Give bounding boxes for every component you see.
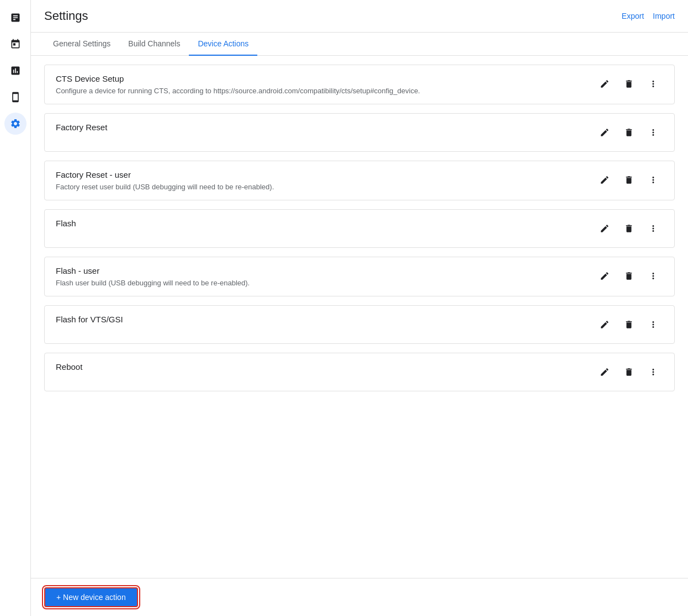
report-icon bbox=[10, 12, 21, 23]
more-button[interactable] bbox=[643, 123, 663, 142]
delete-icon bbox=[624, 320, 634, 330]
more-button[interactable] bbox=[643, 170, 663, 190]
edit-icon bbox=[600, 128, 610, 137]
action-name: Flash - user bbox=[56, 266, 586, 275]
action-info: Factory Reset - userFactory reset user b… bbox=[56, 170, 586, 191]
action-info: Factory Reset bbox=[56, 123, 586, 135]
new-device-action-button[interactable]: + New device action bbox=[44, 587, 138, 607]
delete-button[interactable] bbox=[619, 219, 639, 238]
edit-icon bbox=[600, 271, 610, 281]
calendar-icon bbox=[10, 39, 21, 50]
more-vert-icon bbox=[648, 79, 658, 89]
edit-icon bbox=[600, 224, 610, 233]
more-vert-icon bbox=[648, 128, 658, 137]
more-vert-icon bbox=[648, 367, 658, 377]
more-vert-icon bbox=[648, 224, 658, 233]
delete-button[interactable] bbox=[619, 74, 639, 94]
action-card-factory-reset-user: Factory Reset - userFactory reset user b… bbox=[44, 161, 675, 200]
sidebar-item-analytics[interactable] bbox=[4, 60, 27, 82]
action-buttons bbox=[595, 219, 663, 238]
action-info: Flash - userFlash user build (USB debugg… bbox=[56, 266, 586, 287]
action-card-cts-device-setup: CTS Device SetupConfigure a device for r… bbox=[44, 65, 675, 104]
action-name: Flash for VTS/GSI bbox=[56, 315, 586, 324]
delete-icon bbox=[624, 224, 634, 233]
action-description: Factory reset user build (USB debugging … bbox=[56, 183, 586, 191]
tabs-container: General Settings Build Channels Device A… bbox=[31, 33, 688, 56]
action-buttons bbox=[595, 362, 663, 382]
action-buttons bbox=[595, 266, 663, 286]
action-name: Reboot bbox=[56, 362, 586, 371]
delete-button[interactable] bbox=[619, 123, 639, 142]
action-info: Flash for VTS/GSI bbox=[56, 315, 586, 327]
action-buttons bbox=[595, 170, 663, 190]
delete-icon bbox=[624, 271, 634, 281]
edit-icon bbox=[600, 320, 610, 330]
sidebar-item-settings[interactable] bbox=[4, 113, 27, 135]
edit-button[interactable] bbox=[595, 266, 615, 286]
analytics-icon bbox=[10, 65, 21, 76]
action-name: Flash bbox=[56, 219, 586, 228]
delete-button[interactable] bbox=[619, 266, 639, 286]
delete-button[interactable] bbox=[619, 315, 639, 334]
export-link[interactable]: Export bbox=[622, 12, 644, 20]
device-icon bbox=[10, 92, 21, 103]
header-actions: Export Import bbox=[622, 12, 675, 29]
footer: + New device action bbox=[31, 578, 688, 616]
action-card-flash-user: Flash - userFlash user build (USB debugg… bbox=[44, 257, 675, 296]
delete-button[interactable] bbox=[619, 170, 639, 190]
edit-button[interactable] bbox=[595, 362, 615, 382]
action-info: Flash bbox=[56, 219, 586, 231]
main-content: Settings Export Import General Settings … bbox=[31, 0, 688, 616]
action-card-factory-reset: Factory Reset bbox=[44, 113, 675, 152]
tab-build-channels[interactable]: Build Channels bbox=[119, 33, 189, 56]
more-button[interactable] bbox=[643, 74, 663, 94]
delete-icon bbox=[624, 367, 634, 377]
action-description: Configure a device for running CTS, acco… bbox=[56, 87, 586, 95]
more-vert-icon bbox=[648, 271, 658, 281]
tab-device-actions[interactable]: Device Actions bbox=[189, 33, 257, 56]
edit-button[interactable] bbox=[595, 315, 615, 334]
more-button[interactable] bbox=[643, 219, 663, 238]
action-name: Factory Reset - user bbox=[56, 170, 586, 179]
more-vert-icon bbox=[648, 320, 658, 330]
edit-icon bbox=[600, 175, 610, 185]
action-name: CTS Device Setup bbox=[56, 74, 586, 83]
edit-button[interactable] bbox=[595, 170, 615, 190]
action-buttons bbox=[595, 123, 663, 142]
edit-button[interactable] bbox=[595, 74, 615, 94]
page-title: Settings bbox=[44, 9, 88, 32]
import-link[interactable]: Import bbox=[653, 12, 675, 20]
action-buttons bbox=[595, 74, 663, 94]
more-vert-icon bbox=[648, 175, 658, 185]
tab-general-settings[interactable]: General Settings bbox=[44, 33, 119, 56]
more-button[interactable] bbox=[643, 266, 663, 286]
delete-icon bbox=[624, 79, 634, 89]
action-card-flash: Flash bbox=[44, 209, 675, 248]
action-info: Reboot bbox=[56, 362, 586, 375]
edit-button[interactable] bbox=[595, 123, 615, 142]
more-button[interactable] bbox=[643, 315, 663, 334]
delete-button[interactable] bbox=[619, 362, 639, 382]
header: Settings Export Import bbox=[31, 0, 688, 33]
action-name: Factory Reset bbox=[56, 123, 586, 132]
action-description: Flash user build (USB debugging will nee… bbox=[56, 279, 586, 287]
delete-icon bbox=[624, 128, 634, 137]
sidebar-item-device[interactable] bbox=[4, 86, 27, 108]
edit-icon bbox=[600, 79, 610, 89]
content-area: CTS Device SetupConfigure a device for r… bbox=[31, 56, 688, 578]
action-card-flash-vts-gsi: Flash for VTS/GSI bbox=[44, 305, 675, 344]
settings-icon bbox=[10, 118, 21, 129]
action-buttons bbox=[595, 315, 663, 334]
edit-icon bbox=[600, 367, 610, 377]
sidebar bbox=[0, 0, 31, 616]
action-info: CTS Device SetupConfigure a device for r… bbox=[56, 74, 586, 95]
edit-button[interactable] bbox=[595, 219, 615, 238]
action-card-reboot: Reboot bbox=[44, 353, 675, 391]
sidebar-item-calendar[interactable] bbox=[4, 33, 27, 55]
sidebar-item-reports[interactable] bbox=[4, 7, 27, 29]
more-button[interactable] bbox=[643, 362, 663, 382]
delete-icon bbox=[624, 175, 634, 185]
